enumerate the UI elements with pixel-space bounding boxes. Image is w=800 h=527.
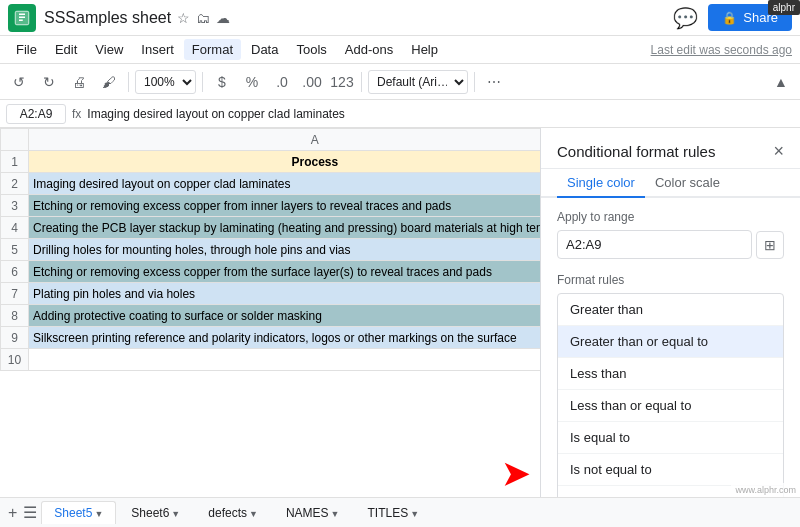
panel-header: Conditional format rules × (541, 128, 800, 169)
menu-addons[interactable]: Add-ons (337, 39, 401, 60)
menu-edit[interactable]: Edit (47, 39, 85, 60)
cell-col-a[interactable]: Silkscreen printing reference and polari… (29, 327, 541, 349)
sheet-tab-sheet6[interactable]: Sheet6▼ (118, 501, 193, 524)
table-row: 9Silkscreen printing reference and polar… (1, 327, 541, 349)
format-rules-label: Format rules (557, 273, 784, 287)
panel-title: Conditional format rules (557, 143, 715, 160)
chat-icon[interactable]: 💬 (673, 6, 698, 30)
menu-insert[interactable]: Insert (133, 39, 182, 60)
sheets-menu-button[interactable]: ☰ (21, 501, 39, 524)
sheet-tab-names[interactable]: NAMES▼ (273, 501, 353, 524)
star-icon[interactable]: ☆ (177, 10, 190, 26)
tab-arrow-icon: ▼ (171, 509, 180, 519)
table-row: 7Plating pin holes and via holes (1, 283, 541, 305)
zoom-select[interactable]: 100% (135, 70, 196, 94)
fx-separator: fx (72, 107, 81, 121)
sheet-tab-defects[interactable]: defects▼ (195, 501, 271, 524)
watermark: www.alphr.com (731, 483, 800, 497)
menu-data[interactable]: Data (243, 39, 286, 60)
table-row: 6Etching or removing excess copper from … (1, 261, 541, 283)
more-options-button[interactable]: ⋯ (481, 69, 507, 95)
format-rules-dropdown: Greater thanGreater than or equal toLess… (557, 293, 784, 497)
cell-col-a[interactable]: Etching or removing excess copper from t… (29, 261, 541, 283)
cell-reference-input[interactable] (6, 104, 66, 124)
cell-col-a[interactable]: Process (29, 151, 541, 173)
percent-button[interactable]: % (239, 69, 265, 95)
folder-icon[interactable]: 🗂 (196, 10, 210, 26)
red-arrow-icon: ➤ (502, 455, 529, 493)
menu-help[interactable]: Help (403, 39, 446, 60)
undo-button[interactable]: ↺ (6, 69, 32, 95)
menu-view[interactable]: View (87, 39, 131, 60)
cell-col-a[interactable] (29, 349, 541, 371)
doc-icons: ☆ 🗂 ☁ (177, 10, 230, 26)
row-number: 10 (1, 349, 29, 371)
menu-file[interactable]: File (8, 39, 45, 60)
divider-2 (202, 72, 203, 92)
menu-bar: File Edit View Insert Format Data Tools … (0, 36, 800, 64)
last-edit: Last edit was seconds ago (651, 43, 792, 57)
row-number: 8 (1, 305, 29, 327)
rule-item-less-than[interactable]: Less than (558, 358, 783, 390)
conditional-format-panel: Conditional format rules × Single color … (540, 128, 800, 497)
doc-title: SSSamples sheet (44, 9, 171, 27)
cell-col-a[interactable]: Drilling holes for mounting holes, throu… (29, 239, 541, 261)
sheet-tab-sheet5[interactable]: Sheet5▼ (41, 501, 116, 524)
tab-single-color[interactable]: Single color (557, 169, 645, 198)
sheet-tab-titles[interactable]: TITLES▼ (355, 501, 433, 524)
cloud-icon[interactable]: ☁ (216, 10, 230, 26)
app-icon (8, 4, 36, 32)
arrow-indicator: ➤ (490, 459, 540, 489)
collapse-button[interactable]: ▲ (768, 69, 794, 95)
decimal1-button[interactable]: .0 (269, 69, 295, 95)
range-input[interactable] (557, 230, 752, 259)
cell-col-a[interactable]: Creating the PCB layer stackup by lamina… (29, 217, 541, 239)
spreadsheet-table: A B 1Process2Imaging desired layout on c… (0, 128, 540, 371)
decimal2-button[interactable]: .00 (299, 69, 325, 95)
divider-4 (474, 72, 475, 92)
row-number: 3 (1, 195, 29, 217)
currency-button[interactable]: $ (209, 69, 235, 95)
formula-bar: fx Imaging desired layout on copper clad… (0, 100, 800, 128)
tab-color-scale[interactable]: Color scale (645, 169, 730, 198)
cell-col-a[interactable]: Plating pin holes and via holes (29, 283, 541, 305)
redo-button[interactable]: ↻ (36, 69, 62, 95)
table-row: 8Adding protective coating to surface or… (1, 305, 541, 327)
rule-item-less-than-or-equal-to[interactable]: Less than or equal to (558, 390, 783, 422)
panel-close-button[interactable]: × (773, 142, 784, 160)
table-row: 10 (1, 349, 541, 371)
cell-col-a[interactable]: Etching or removing excess copper from i… (29, 195, 541, 217)
cell-col-a[interactable]: Adding protective coating to surface or … (29, 305, 541, 327)
alphr-badge: alphr (768, 0, 800, 15)
print-button[interactable]: 🖨 (66, 69, 92, 95)
rule-item-is-equal-to[interactable]: Is equal to (558, 422, 783, 454)
row-number: 5 (1, 239, 29, 261)
formula-text: Imaging desired layout on copper clad la… (87, 107, 794, 121)
rule-item-is-not-equal-to[interactable]: Is not equal to (558, 454, 783, 486)
grid-select-icon[interactable]: ⊞ (756, 231, 784, 259)
table-row: 4Creating the PCB layer stackup by lamin… (1, 217, 541, 239)
panel-tabs: Single color Color scale (541, 169, 800, 198)
rule-item-greater-than[interactable]: Greater than (558, 294, 783, 326)
cell-col-a[interactable]: Imaging desired layout on copper clad la… (29, 173, 541, 195)
rule-item-greater-than-or-equal-to[interactable]: Greater than or equal to (558, 326, 783, 358)
table-row: 3Etching or removing excess copper from … (1, 195, 541, 217)
tab-arrow-icon: ▼ (331, 509, 340, 519)
row-number: 1 (1, 151, 29, 173)
tab-arrow-icon: ▼ (249, 509, 258, 519)
divider-1 (128, 72, 129, 92)
font-select[interactable]: Default (Ari… (368, 70, 468, 94)
menu-format[interactable]: Format (184, 39, 241, 60)
add-sheet-button[interactable]: + (6, 502, 19, 524)
panel-body: Apply to range ⊞ Format rules Greater th… (541, 198, 800, 497)
range-input-row: ⊞ (557, 230, 784, 259)
col-header-a[interactable]: A (29, 129, 541, 151)
decimal3-button[interactable]: 123 (329, 69, 355, 95)
divider-3 (361, 72, 362, 92)
toolbar: ↺ ↻ 🖨 🖌 100% $ % .0 .00 123 Default (Ari… (0, 64, 800, 100)
table-row: 1Process (1, 151, 541, 173)
paint-format-button[interactable]: 🖌 (96, 69, 122, 95)
menu-tools[interactable]: Tools (288, 39, 334, 60)
lock-icon: 🔒 (722, 11, 737, 25)
bottom-bar: + ☰ Sheet5▼Sheet6▼defects▼NAMES▼TITLES▼ (0, 497, 800, 527)
